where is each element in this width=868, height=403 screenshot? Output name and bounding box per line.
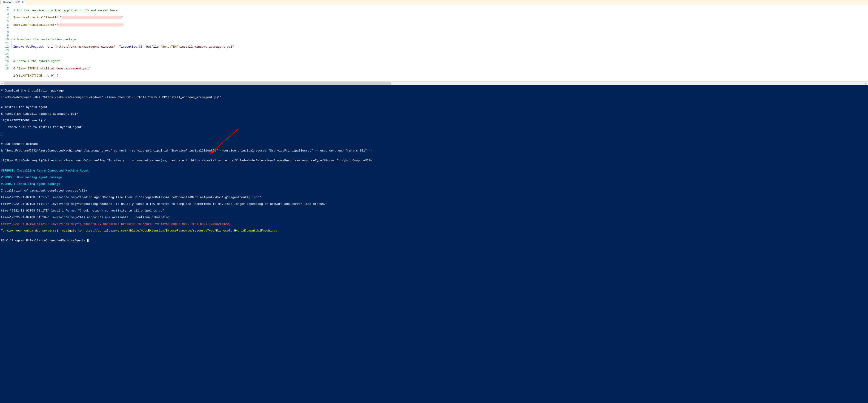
code-comment: # Add the service principal application … <box>13 9 117 12</box>
line-number: 17 <box>0 63 9 67</box>
line-number: 13 <box>0 49 9 53</box>
script-editor[interactable]: 1 2 3 4 5 6 7 8 9 10 11 12 13 14 15 16 1… <box>0 4 868 82</box>
cursor-icon <box>87 239 89 242</box>
console-line: if($LASTEXITCODE -ne 0) { <box>1 119 867 123</box>
line-number: 5 <box>0 20 9 23</box>
redacted-client-id <box>62 16 122 19</box>
console-verbose-line: VERBOSE: Installing Azure Connected Mach… <box>1 169 867 173</box>
line-number: 15 <box>0 56 9 60</box>
line-number: 4 <box>0 16 9 20</box>
line-number: 10 <box>0 38 9 41</box>
console-line: # Download the installation package <box>1 89 867 93</box>
code-variable: $servicePrincipalSecret <box>13 23 55 27</box>
close-icon[interactable]: X <box>22 1 24 3</box>
console-line: # Install the hybrid agent <box>1 106 867 109</box>
line-number: 16 <box>0 60 9 63</box>
editor-horizontal-scrollbar[interactable]: ◄ ► <box>0 82 868 85</box>
line-number: 18 <box>0 67 9 70</box>
line-number: 12 <box>0 45 9 49</box>
line-number: 9 <box>0 34 9 38</box>
console-line: & "$env:TEMP\install_windows_azcmagent.p… <box>1 113 867 116</box>
console-line: Installation of azcmagent completed succ… <box>1 189 867 193</box>
line-number: 3 <box>0 12 9 16</box>
line-number: 1 <box>0 5 9 9</box>
console-line: & "$env:ProgramW6432\AzureConnectedMachi… <box>1 149 867 153</box>
scrollbar-track[interactable] <box>4 82 864 85</box>
console-pane[interactable]: # Download the installation package Invo… <box>0 85 868 403</box>
line-number: 14 <box>0 52 9 56</box>
tab-script[interactable]: Untitled1.ps1* X <box>0 0 26 4</box>
console-line: # Run connect command <box>1 143 867 146</box>
line-number: 6 <box>0 23 9 27</box>
console-line: time="2022-01-02T08:51:17Z" level=info m… <box>1 209 867 213</box>
scroll-left-icon[interactable]: ◄ <box>0 82 4 85</box>
console-success-line: time="2022-01-02T08:51:24Z" level=info m… <box>1 222 867 226</box>
code-cmdlet: Invoke-WebRequest <box>13 45 44 49</box>
console-line: if($LastExitCode -eq 0){Write-Host -Fore… <box>1 159 867 162</box>
console-line: Invoke-WebRequest -Uri "https://aka.ms/a… <box>1 96 867 99</box>
tab-title: Untitled1.ps1* <box>3 1 20 4</box>
line-number: 11 <box>0 41 9 45</box>
tab-bar: Untitled1.ps1* X <box>0 0 868 4</box>
fold-column: ⊟ <box>10 4 13 82</box>
redacted-secret <box>58 24 123 26</box>
console-line: time="2022-01-02T08:51:18Z" level=info m… <box>1 216 867 219</box>
code-variable: $servicePrincipalClientId <box>13 16 58 19</box>
console-line: } <box>1 132 867 136</box>
code-comment: # Install the hybrid agent <box>13 60 60 63</box>
fold-toggle-icon[interactable]: ⊟ <box>10 38 13 41</box>
console-line: throw "Failed to install the hybrid agen… <box>1 126 867 129</box>
scroll-right-icon[interactable]: ► <box>864 82 868 85</box>
powershell-ise-window: Untitled1.ps1* X 1 2 3 4 5 6 7 8 9 10 11… <box>0 0 868 403</box>
console-line: time="2022-01-02T08:51:17Z" level=info m… <box>1 196 867 199</box>
line-number: 8 <box>0 31 9 34</box>
code-area[interactable]: # Add the service principal application … <box>13 4 868 82</box>
console-prompt[interactable]: PS C:\Program Files\AzureConnectedMachin… <box>1 239 867 243</box>
code-comment: # Download the installation package <box>13 38 76 41</box>
console-line: time="2022-01-02T08:51:17Z" level=info m… <box>1 203 867 206</box>
line-number: 7 <box>0 27 9 31</box>
line-number-gutter: 1 2 3 4 5 6 7 8 9 10 11 12 13 14 15 16 1… <box>0 4 10 82</box>
scrollbar-thumb[interactable] <box>4 82 391 85</box>
console-verbose-line: VERBOSE: Installing agent package <box>1 183 867 186</box>
line-number: 2 <box>0 9 9 12</box>
console-info-line: To view your onboarded server(s), naviga… <box>1 229 867 232</box>
console-verbose-line: VERBOSE: Downloading agent package <box>1 176 867 179</box>
